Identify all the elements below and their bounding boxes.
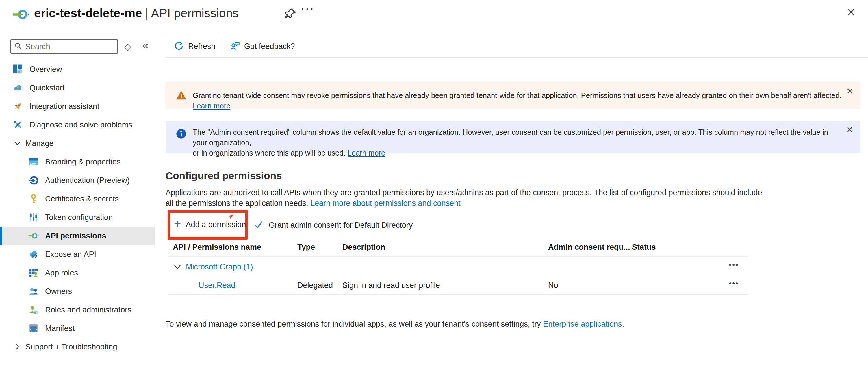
col-header-description[interactable]: Description	[342, 243, 385, 252]
sidebar-item-token-configuration[interactable]: Token configuration	[0, 208, 155, 227]
sidebar-item-api-permissions[interactable]: API permissions	[0, 227, 155, 245]
permissions-consent-link[interactable]: Learn more about permissions and consent	[310, 199, 460, 208]
integration-assistant-icon	[13, 101, 23, 112]
search-input[interactable]	[25, 42, 109, 51]
command-divider	[220, 40, 220, 53]
warning-banner: Granting tenant-wide consent may revoke …	[165, 82, 861, 109]
sidebar-item-manifest[interactable]: { } Manifest	[0, 319, 155, 338]
row-menu-icon[interactable]: •••	[729, 279, 749, 287]
col-header-status[interactable]: Status	[632, 243, 656, 252]
owners-icon	[28, 286, 39, 297]
blade-close-icon[interactable]: ✕	[845, 5, 857, 20]
sidebar-item-integration-assistant[interactable]: Integration assistant	[0, 97, 155, 116]
grant-admin-consent-button[interactable]: Grant admin consent for Default Director…	[253, 219, 413, 231]
sidebar-item-branding[interactable]: www Branding & properties	[0, 153, 155, 171]
sidebar-item-certificates[interactable]: Certificates & secrets	[0, 190, 155, 208]
page-name: API permissions	[151, 6, 238, 20]
check-icon	[253, 219, 264, 231]
sidebar-group-support-troubleshooting[interactable]: Support + Troubleshooting	[0, 338, 155, 356]
plus-icon: +	[174, 218, 181, 230]
sidebar-item-diagnose[interactable]: Diagnose and solve problems	[0, 116, 155, 134]
sidebar-item-owners[interactable]: Owners	[0, 282, 155, 301]
sidebar-item-overview[interactable]: Overview	[0, 60, 155, 79]
permission-admin-consent: No	[548, 281, 558, 290]
annotation-cursor-mark	[229, 214, 235, 219]
sidebar-item-quickstart[interactable]: Quickstart	[0, 79, 155, 97]
footer-note: To view and manage consented permissions…	[165, 320, 624, 329]
sidebar-item-expose-api[interactable]: Expose an API	[0, 245, 155, 264]
branding-icon: www	[28, 157, 39, 167]
table-divider	[168, 256, 748, 257]
warning-close-icon[interactable]: ✕	[846, 87, 853, 96]
page-title: eric-test-delete-me|API permissions	[34, 6, 239, 20]
search-box[interactable]	[10, 39, 118, 54]
info-text: The "Admin consent required" column show…	[193, 127, 843, 153]
warning-learn-more-link[interactable]: Learn more	[193, 102, 230, 110]
app-roles-icon	[28, 268, 39, 278]
col-header-admin-consent[interactable]: Admin consent requ...	[548, 243, 630, 252]
pin-icon[interactable]	[283, 7, 297, 21]
sidebar-item-app-roles[interactable]: App roles	[0, 264, 155, 282]
overview-icon	[13, 64, 23, 74]
search-icon	[14, 42, 23, 52]
api-group-link[interactable]: Microsoft Graph (1)	[186, 263, 253, 271]
col-header-type[interactable]: Type	[297, 243, 315, 252]
api-permissions-blade: eric-test-delete-me|API permissions ··· …	[0, 0, 868, 370]
info-banner: The "Admin consent required" column show…	[165, 121, 861, 153]
authentication-icon	[28, 175, 39, 186]
diagnose-tools-icon	[13, 120, 23, 130]
app-name: eric-test-delete-me	[34, 6, 142, 20]
certificates-key-icon	[28, 194, 39, 204]
expand-chevron-icon[interactable]	[173, 262, 182, 271]
refresh-button[interactable]: Refresh	[174, 40, 216, 52]
collapse-sidebar-icon[interactable]: «	[142, 39, 149, 52]
token-configuration-icon	[28, 212, 39, 223]
title-separator: |	[142, 6, 151, 20]
api-permissions-icon	[28, 231, 39, 241]
expose-api-icon	[28, 249, 39, 259]
app-registration-icon	[12, 6, 29, 23]
more-actions-icon[interactable]: ···	[301, 1, 314, 15]
chevron-right-icon	[13, 342, 22, 351]
info-icon	[176, 128, 187, 140]
info-close-icon[interactable]: ✕	[846, 125, 853, 134]
row-menu-icon[interactable]: •••	[729, 261, 749, 269]
sidebar-item-authentication[interactable]: Authentication (Preview)	[0, 171, 155, 190]
table-divider	[168, 275, 748, 275]
sort-toggle-icon[interactable]: ◇	[124, 41, 131, 52]
sidebar-group-manage[interactable]: Manage	[0, 134, 155, 153]
feedback-icon	[230, 40, 240, 52]
permission-link[interactable]: User.Read	[198, 281, 236, 290]
feedback-button[interactable]: Got feedback?	[230, 40, 295, 52]
add-permission-button[interactable]: + Add a permission	[174, 219, 246, 230]
warning-icon	[176, 90, 187, 101]
roles-administrators-icon	[28, 305, 39, 315]
permissions-table: API / Permissions name Type Description …	[165, 240, 748, 295]
refresh-icon	[174, 40, 184, 52]
configured-permissions-heading: Configured permissions	[165, 170, 282, 182]
info-learn-more-link[interactable]: Learn more	[348, 149, 385, 157]
svg-text:www: www	[30, 162, 36, 165]
manifest-icon: { }	[28, 323, 39, 334]
sidebar: ◇ « Overview Quickstart Integration assi…	[0, 35, 162, 370]
warning-text: Granting tenant-wide consent may revoke …	[193, 90, 843, 109]
table-divider	[168, 294, 748, 295]
col-header-name[interactable]: API / Permissions name	[173, 243, 261, 252]
command-bar: Refresh Got feedback?	[165, 38, 868, 58]
quickstart-icon	[13, 83, 23, 93]
enterprise-applications-link[interactable]: Enterprise applications	[543, 320, 622, 328]
sidebar-item-roles-administrators[interactable]: Roles and administrators	[0, 301, 155, 319]
chevron-down-icon	[13, 139, 22, 148]
permission-description: Sign in and read user profile	[342, 281, 440, 290]
permission-type: Delegated	[297, 281, 333, 290]
configured-permissions-description: Applications are authorized to call APIs…	[165, 187, 762, 209]
svg-text:{ }: { }	[30, 327, 37, 332]
